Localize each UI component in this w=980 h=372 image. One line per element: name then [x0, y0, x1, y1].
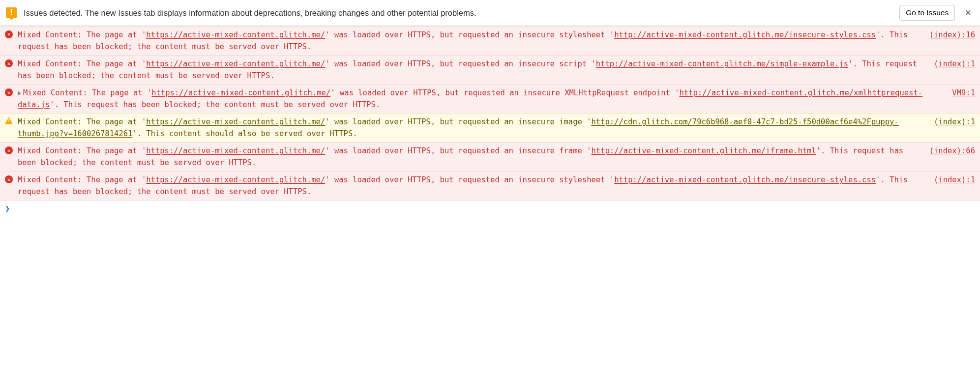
- close-icon[interactable]: ×: [962, 7, 974, 18]
- url-link[interactable]: http://active-mixed-content.glitch.me/in…: [614, 30, 876, 39]
- url-link[interactable]: https://active-mixed-content.glitch.me/: [146, 175, 325, 184]
- message-source-link[interactable]: (index):1: [930, 58, 975, 70]
- error-icon: ✕: [5, 88, 13, 96]
- url-link[interactable]: http://active-mixed-content.glitch.me/if…: [592, 146, 816, 155]
- error-icon: ✕: [5, 146, 13, 154]
- error-icon: ✕: [5, 30, 13, 38]
- console-message-text: Mixed Content: The page at 'https://acti…: [18, 174, 930, 198]
- console-message[interactable]: ✕Mixed Content: The page at 'https://act…: [0, 84, 980, 114]
- url-link[interactable]: https://active-mixed-content.glitch.me/: [146, 117, 325, 126]
- expand-toggle-icon[interactable]: [18, 91, 21, 96]
- console-message[interactable]: ✕Mixed Content: The page at 'https://act…: [0, 26, 980, 56]
- prompt-caret-icon: ❯: [5, 203, 10, 213]
- url-link[interactable]: https://active-mixed-content.glitch.me/: [151, 88, 330, 97]
- url-link[interactable]: https://active-mixed-content.glitch.me/: [146, 30, 325, 39]
- message-source-link[interactable]: (index):1: [930, 174, 975, 186]
- url-link[interactable]: https://active-mixed-content.glitch.me/: [146, 146, 325, 155]
- console-message[interactable]: !Mixed Content: The page at 'https://act…: [0, 113, 980, 143]
- message-source-link[interactable]: (index):66: [925, 145, 975, 157]
- url-link[interactable]: http://active-mixed-content.glitch.me/si…: [596, 59, 848, 68]
- console-message-text: Mixed Content: The page at 'https://acti…: [18, 29, 925, 53]
- console-message-text: Mixed Content: The page at 'https://acti…: [18, 87, 948, 111]
- console-prompt[interactable]: ❯: [0, 200, 980, 216]
- go-to-issues-button[interactable]: Go to Issues: [899, 5, 955, 21]
- error-icon: ✕: [5, 59, 13, 67]
- message-source-link[interactable]: VM9:1: [948, 87, 975, 99]
- console-message-text: Mixed Content: The page at 'https://acti…: [18, 116, 930, 140]
- console-message-text: Mixed Content: The page at 'https://acti…: [18, 145, 925, 169]
- console-input[interactable]: [15, 204, 15, 213]
- error-icon: ✕: [5, 175, 13, 183]
- console-message[interactable]: ✕Mixed Content: The page at 'https://act…: [0, 142, 980, 172]
- console-message[interactable]: ✕Mixed Content: The page at 'https://act…: [0, 55, 980, 85]
- console-message-list: ✕Mixed Content: The page at 'https://act…: [0, 26, 980, 200]
- url-link[interactable]: https://active-mixed-content.glitch.me/: [146, 59, 325, 68]
- console-message[interactable]: ✕Mixed Content: The page at 'https://act…: [0, 171, 980, 200]
- warning-icon: !: [5, 117, 13, 124]
- url-link[interactable]: http://active-mixed-content.glitch.me/in…: [614, 175, 876, 184]
- console-message-text: Mixed Content: The page at 'https://acti…: [18, 58, 930, 82]
- issues-notification-bar: ! Issues detected. The new Issues tab di…: [0, 0, 980, 26]
- issues-notification-text: Issues detected. The new Issues tab disp…: [24, 8, 892, 18]
- message-source-link[interactable]: (index):16: [925, 29, 975, 41]
- issues-warning-icon: !: [6, 7, 17, 18]
- message-source-link[interactable]: (index):1: [930, 116, 975, 128]
